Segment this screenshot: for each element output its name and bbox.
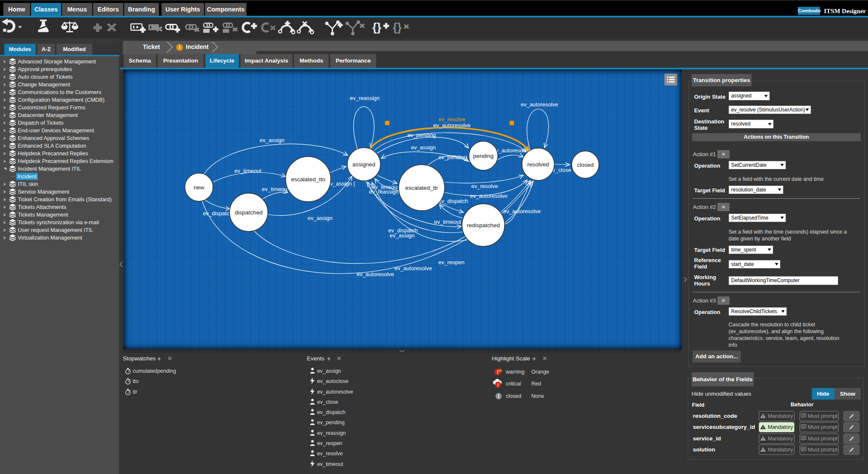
svg-text:!: ! <box>497 383 499 388</box>
svg-text:!: ! <box>497 369 499 375</box>
svg-text:!: ! <box>498 394 499 400</box>
svg-text:{}: {} <box>393 21 402 34</box>
svg-text:{}: {} <box>372 21 382 34</box>
svg-text:!: ! <box>179 45 181 51</box>
